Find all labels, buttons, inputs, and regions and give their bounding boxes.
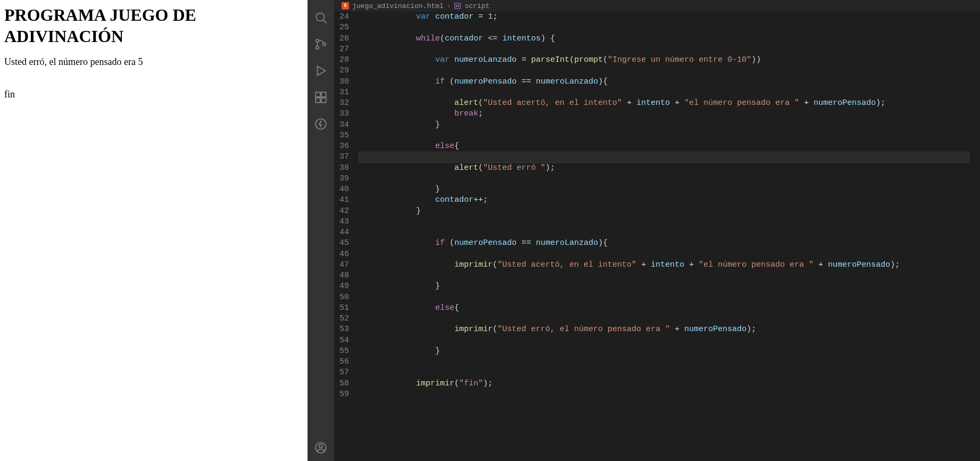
line-number: 27 xyxy=(339,44,349,55)
browser-output-pane: PROGRAMA JUEGO DE ADIVINACIÓN Usted erró… xyxy=(0,0,308,461)
chevron-right-icon: › xyxy=(447,2,451,10)
code-line[interactable]: if (numeroPensado == numeroLanzado){ xyxy=(359,238,969,249)
run-debug-icon[interactable] xyxy=(308,57,334,84)
code-line[interactable]: alert("Usted acertó, en el intento" + in… xyxy=(359,98,969,109)
code-line[interactable]: } xyxy=(359,184,969,195)
svg-rect-7 xyxy=(321,92,326,97)
line-number: 50 xyxy=(339,292,349,303)
code-line[interactable]: contador++; xyxy=(359,195,969,205)
code-line[interactable]: if (numeroPensado == numeroLanzado){ xyxy=(359,77,969,87)
line-number: 32 xyxy=(339,98,349,109)
code-line[interactable]: else{ xyxy=(359,303,969,314)
line-number: 40 xyxy=(339,184,349,195)
svg-point-4 xyxy=(323,43,326,45)
vscode-window: 5 juego_adivinacion.html › script 242526… xyxy=(308,0,980,461)
svg-point-0 xyxy=(316,13,324,21)
line-number: 56 xyxy=(339,357,349,367)
line-number: 53 xyxy=(339,324,349,335)
line-number: 30 xyxy=(339,77,349,87)
code-content[interactable]: var contador = 1; while(contador <= inte… xyxy=(359,12,980,461)
code-line[interactable]: else{ xyxy=(359,141,969,152)
code-line[interactable] xyxy=(359,152,969,162)
code-line[interactable]: } xyxy=(359,281,969,292)
code-line[interactable] xyxy=(359,367,969,378)
line-number: 28 xyxy=(339,55,349,65)
code-line[interactable]: alert("Usted erró "); xyxy=(359,163,969,174)
editor-group: 5 juego_adivinacion.html › script 242526… xyxy=(334,0,980,461)
line-number: 57 xyxy=(339,367,349,378)
line-number: 54 xyxy=(339,335,349,346)
code-line[interactable]: while(contador <= intentos) { xyxy=(359,34,969,44)
code-line[interactable] xyxy=(359,130,969,141)
code-line[interactable]: } xyxy=(359,206,969,217)
code-line[interactable] xyxy=(359,249,969,260)
code-editor[interactable]: 2425262728293031323334353637383940414243… xyxy=(334,12,980,461)
code-line[interactable] xyxy=(359,389,969,400)
line-number: 48 xyxy=(339,270,349,281)
code-line[interactable] xyxy=(359,227,969,238)
code-line[interactable]: } xyxy=(359,120,969,130)
svg-marker-5 xyxy=(318,66,326,75)
svg-point-12 xyxy=(319,444,323,448)
code-line[interactable]: imprimir("Usted acertó, en el intento" +… xyxy=(359,260,969,270)
extensions-icon[interactable] xyxy=(308,84,334,111)
breadcrumb[interactable]: 5 juego_adivinacion.html › script xyxy=(334,0,980,12)
code-line[interactable] xyxy=(359,292,969,303)
svg-rect-9 xyxy=(321,98,326,103)
code-line[interactable] xyxy=(359,270,969,281)
line-number: 43 xyxy=(339,217,349,227)
activity-bar xyxy=(308,0,334,461)
page-title: PROGRAMA JUEGO DE ADIVINACIÓN xyxy=(4,4,303,47)
line-number: 58 xyxy=(339,378,349,389)
line-number: 31 xyxy=(339,87,349,98)
line-number: 24 xyxy=(339,12,349,22)
code-line[interactable] xyxy=(359,44,969,55)
line-number: 42 xyxy=(339,206,349,217)
code-line[interactable] xyxy=(359,357,969,367)
line-number-gutter: 2425262728293031323334353637383940414243… xyxy=(334,12,359,461)
code-line[interactable]: imprimir("Usted erró, el número pensado … xyxy=(359,324,969,335)
svg-point-2 xyxy=(316,39,319,42)
code-line[interactable]: break; xyxy=(359,109,969,119)
breadcrumb-file: juego_adivinacion.html xyxy=(352,2,444,10)
code-line[interactable] xyxy=(359,22,969,33)
line-number: 35 xyxy=(339,130,349,141)
line-number: 46 xyxy=(339,249,349,260)
code-line[interactable] xyxy=(359,217,969,227)
svg-rect-8 xyxy=(315,98,320,103)
line-number: 29 xyxy=(339,65,349,76)
code-line[interactable] xyxy=(359,65,969,76)
line-number: 34 xyxy=(339,120,349,130)
line-number: 49 xyxy=(339,281,349,292)
svg-point-10 xyxy=(315,119,326,129)
output-line-2: fin xyxy=(4,89,303,100)
code-line[interactable]: } xyxy=(359,346,969,357)
svg-point-3 xyxy=(316,46,319,49)
output-line-1: Usted erró, el número pensado era 5 xyxy=(4,56,303,68)
svg-line-1 xyxy=(323,20,327,23)
line-number: 39 xyxy=(339,174,349,184)
line-number: 37 xyxy=(339,152,349,162)
code-line[interactable] xyxy=(359,174,969,184)
line-number: 38 xyxy=(339,163,349,174)
code-line[interactable] xyxy=(359,314,969,324)
thunder-icon[interactable] xyxy=(308,111,334,137)
line-number: 41 xyxy=(339,195,349,205)
code-line[interactable]: var numeroLanzado = parseInt(prompt("Ing… xyxy=(359,55,969,65)
line-number: 52 xyxy=(339,314,349,324)
breadcrumb-symbol: script xyxy=(464,2,489,10)
line-number: 59 xyxy=(339,389,349,400)
svg-rect-6 xyxy=(315,92,320,97)
line-number: 36 xyxy=(339,141,349,152)
line-number: 26 xyxy=(339,34,349,44)
code-line[interactable]: var contador = 1; xyxy=(359,12,969,22)
source-control-icon[interactable] xyxy=(308,31,334,57)
code-line[interactable]: imprimir("fin"); xyxy=(359,378,969,389)
code-line[interactable] xyxy=(359,87,969,98)
line-number: 51 xyxy=(339,303,349,314)
script-symbol-icon xyxy=(454,2,461,10)
code-line[interactable] xyxy=(359,335,969,346)
search-icon[interactable] xyxy=(308,4,334,31)
account-icon[interactable] xyxy=(308,434,334,461)
line-number: 47 xyxy=(339,260,349,270)
